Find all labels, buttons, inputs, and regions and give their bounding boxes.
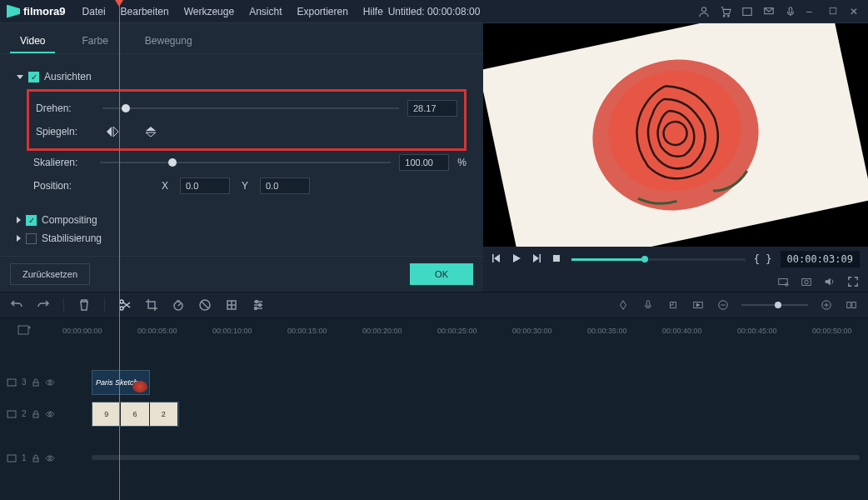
play-icon[interactable] xyxy=(511,253,523,265)
position-x-input[interactable] xyxy=(180,178,230,194)
snapshot-icon[interactable] xyxy=(800,275,813,288)
next-frame-icon[interactable] xyxy=(531,253,543,265)
zoom-in-icon[interactable] xyxy=(820,298,833,312)
delete-icon[interactable] xyxy=(77,298,91,312)
clip-countdown[interactable]: 9 6 2 xyxy=(92,402,179,427)
preview-controls: { } 00:00:03:09 xyxy=(483,247,868,272)
minimize-icon[interactable]: – xyxy=(806,6,818,18)
adjust-icon[interactable] xyxy=(252,298,265,312)
section-ausrichten[interactable]: ✓ Ausrichten xyxy=(17,71,466,82)
prev-frame-icon[interactable] xyxy=(491,253,503,265)
undo-icon[interactable] xyxy=(10,298,23,312)
menu-file[interactable]: Datei xyxy=(82,6,106,18)
svg-rect-31 xyxy=(18,326,28,334)
crop-icon[interactable] xyxy=(145,298,158,312)
svg-rect-5 xyxy=(789,7,792,12)
position-y-input[interactable] xyxy=(260,178,310,194)
timeline-ruler[interactable]: 00:00:00:00 00:00:05:00 00:00:10:00 00:0… xyxy=(0,318,868,343)
zoom-slider[interactable] xyxy=(741,304,808,306)
stabilisierung-label: Stabilisierung xyxy=(42,232,102,244)
menu-tools[interactable]: Werkzeuge xyxy=(184,6,234,18)
svg-point-17 xyxy=(120,300,123,303)
logo-icon xyxy=(7,5,20,18)
svg-point-24 xyxy=(255,308,257,310)
stabilisierung-checkbox[interactable] xyxy=(26,233,37,244)
svg-point-22 xyxy=(256,301,258,303)
ausrichten-checkbox[interactable]: ✓ xyxy=(28,72,39,82)
svg-rect-11 xyxy=(540,254,541,262)
lock-icon[interactable] xyxy=(32,454,40,462)
stop-icon[interactable] xyxy=(551,253,563,265)
color-icon[interactable] xyxy=(198,298,212,312)
eye-icon[interactable] xyxy=(45,455,55,462)
folder-icon[interactable] xyxy=(741,6,753,18)
drehen-slider[interactable] xyxy=(102,108,399,109)
chevron-right-icon xyxy=(17,235,21,242)
skalieren-label: Skalieren: xyxy=(33,157,92,168)
message-icon[interactable] xyxy=(763,6,775,18)
timeline-scrollbar[interactable] xyxy=(92,455,860,460)
compositing-checkbox[interactable]: ✓ xyxy=(26,215,37,226)
section-compositing[interactable]: ✓ Compositing xyxy=(17,214,466,226)
skalieren-input[interactable] xyxy=(399,154,449,171)
green-screen-icon[interactable] xyxy=(225,298,238,312)
ruler-mark: 00:00:50:00 xyxy=(812,327,852,335)
section-stabilisierung[interactable]: Stabilisierung xyxy=(17,232,466,244)
track-1: 1 xyxy=(0,447,868,470)
svg-point-16 xyxy=(805,280,808,283)
svg-rect-32 xyxy=(7,379,16,386)
eye-icon[interactable] xyxy=(45,411,55,418)
render-icon[interactable] xyxy=(691,298,705,312)
cart-icon[interactable] xyxy=(720,6,731,18)
drehen-label: Drehen: xyxy=(36,102,94,114)
playhead[interactable] xyxy=(119,318,120,500)
tab-motion[interactable]: Bewegung xyxy=(135,30,202,53)
close-icon[interactable]: ✕ xyxy=(850,6,861,18)
drehen-input[interactable] xyxy=(407,100,457,117)
svg-rect-3 xyxy=(743,8,752,15)
voiceover-icon[interactable] xyxy=(641,298,655,312)
svg-rect-33 xyxy=(33,382,38,386)
split-icon[interactable] xyxy=(118,298,132,312)
ruler-mark: 00:00:20:00 xyxy=(362,327,402,335)
svg-rect-10 xyxy=(492,254,494,262)
timeline-toolbar xyxy=(0,292,868,318)
marker-icon[interactable] xyxy=(666,298,680,312)
eye-icon[interactable] xyxy=(45,379,55,386)
menu-help[interactable]: Hilfe xyxy=(363,6,383,18)
maximize-icon[interactable] xyxy=(828,6,840,18)
track-2: 2 9 6 2 xyxy=(0,398,868,430)
menu-view[interactable]: Ansicht xyxy=(249,6,282,18)
svg-point-1 xyxy=(723,15,725,17)
document-title: Untitled: 00:00:08:00 xyxy=(388,6,481,18)
tab-color[interactable]: Farbe xyxy=(72,30,117,53)
mic-icon[interactable] xyxy=(785,6,796,18)
mixer-icon[interactable] xyxy=(616,298,630,312)
lock-icon[interactable] xyxy=(32,378,40,387)
preview-video[interactable] xyxy=(483,23,868,247)
tab-video[interactable]: Video xyxy=(10,30,55,53)
zoom-out-icon[interactable] xyxy=(716,298,730,312)
zoom-fit-icon[interactable] xyxy=(845,298,858,312)
clip-paris-sketch[interactable]: Paris Sketch xyxy=(92,370,150,395)
skalieren-slider[interactable] xyxy=(100,162,391,163)
property-tabs: Video Farbe Bewegung xyxy=(0,23,483,54)
reset-button[interactable]: Zurücksetzen xyxy=(10,263,90,285)
add-media-icon[interactable] xyxy=(17,324,32,338)
flip-vertical-icon[interactable] xyxy=(141,123,161,140)
chevron-right-icon xyxy=(17,217,21,223)
fullscreen-icon[interactable] xyxy=(846,275,860,288)
preview-progress[interactable] xyxy=(571,258,746,261)
loop-indicator[interactable]: { } xyxy=(754,253,772,265)
volume-icon[interactable] xyxy=(823,275,836,288)
video-track-icon xyxy=(7,378,17,387)
lock-icon[interactable] xyxy=(32,410,40,418)
settings-icon[interactable] xyxy=(776,275,790,288)
menu-export[interactable]: Exportieren xyxy=(297,6,347,18)
spiegeln-label: Spiegeln: xyxy=(36,126,94,138)
redo-icon[interactable] xyxy=(37,298,50,312)
ok-button[interactable]: OK xyxy=(410,263,473,285)
user-icon[interactable] xyxy=(698,6,710,18)
menu-edit[interactable]: Bearbeiten xyxy=(121,6,169,18)
speed-icon[interactable] xyxy=(172,298,185,312)
